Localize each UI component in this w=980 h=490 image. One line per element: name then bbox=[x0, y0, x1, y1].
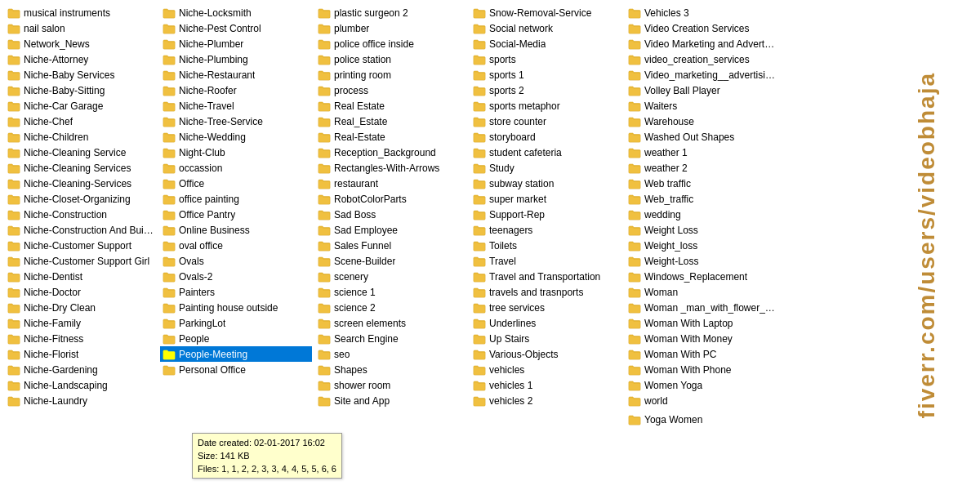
folder-item[interactable]: wedding bbox=[626, 207, 777, 222]
folder-item[interactable]: Warehouse bbox=[626, 114, 777, 129]
folder-item[interactable]: tree services bbox=[470, 300, 622, 315]
folder-item[interactable]: Niche-Gardening bbox=[5, 362, 157, 377]
folder-item[interactable]: Scene-Builder bbox=[315, 253, 467, 269]
folder-item[interactable]: Ovals bbox=[160, 253, 312, 269]
folder-item[interactable]: Travel bbox=[470, 253, 622, 269]
folder-item[interactable]: Niche-Closet-Organizing bbox=[5, 191, 157, 207]
folder-item[interactable]: sports 2 bbox=[470, 82, 622, 98]
folder-item[interactable]: musical instruments bbox=[5, 5, 157, 20]
folder-item[interactable]: Study bbox=[470, 160, 622, 176]
folder-item[interactable]: Sad Employee bbox=[315, 222, 467, 238]
folder-item[interactable]: process bbox=[315, 82, 467, 98]
folder-item[interactable]: store counter bbox=[470, 114, 622, 129]
folder-item[interactable]: printing room bbox=[315, 67, 467, 82]
folder-item[interactable]: RobotColorParts bbox=[315, 191, 467, 207]
folder-item[interactable]: Niche-Doctor bbox=[5, 284, 157, 300]
folder-item[interactable]: office painting bbox=[160, 191, 312, 207]
folder-item[interactable]: Video Creation Services bbox=[626, 20, 777, 36]
folder-item[interactable]: shower room bbox=[315, 377, 467, 393]
folder-item[interactable]: Rectangles-With-Arrows bbox=[315, 160, 467, 176]
folder-item[interactable]: plastic surgeon 2 bbox=[315, 5, 467, 20]
folder-item[interactable]: plumber bbox=[315, 20, 467, 36]
folder-item[interactable]: Real Estate bbox=[315, 98, 467, 114]
folder-item[interactable]: science 1 bbox=[315, 284, 467, 300]
folder-item[interactable]: vehicles 1 bbox=[470, 377, 622, 393]
folder-item[interactable]: Video_marketing__advertising bbox=[626, 67, 777, 82]
folder-item[interactable]: Niche-Tree-Service bbox=[160, 114, 312, 129]
folder-item[interactable]: Site and App bbox=[315, 393, 467, 408]
folder-item[interactable]: Social network bbox=[470, 20, 622, 36]
folder-item[interactable]: Underlines bbox=[470, 315, 622, 331]
folder-item[interactable]: sports bbox=[470, 51, 622, 67]
folder-item[interactable]: Niche-Landscaping bbox=[5, 377, 157, 393]
folder-item[interactable]: Real_Estate bbox=[315, 114, 467, 129]
folder-item[interactable]: Office Pantry bbox=[160, 207, 312, 222]
folder-item[interactable]: Niche-Construction And Builders bbox=[5, 222, 157, 238]
folder-item[interactable]: Niche-Florist bbox=[5, 346, 157, 362]
folder-item[interactable]: Niche-Dentist bbox=[5, 269, 157, 284]
folder-item[interactable]: seo bbox=[315, 346, 467, 362]
folder-item[interactable]: Various-Objects bbox=[470, 346, 622, 362]
folder-item[interactable]: Web traffic bbox=[626, 176, 777, 191]
folder-item[interactable]: subway station bbox=[470, 176, 622, 191]
folder-item[interactable]: People bbox=[160, 331, 312, 346]
folder-item[interactable]: Women Yoga bbox=[626, 377, 777, 393]
folder-item[interactable]: Niche-Wedding bbox=[160, 129, 312, 145]
folder-item[interactable]: weather 2 bbox=[626, 160, 777, 176]
folder-item[interactable]: Niche-Chef bbox=[5, 114, 157, 129]
folder-item[interactable]: Niche-Locksmith bbox=[160, 5, 312, 20]
folder-item[interactable]: Travel and Transportation bbox=[470, 269, 622, 284]
folder-item[interactable]: vehicles 2 bbox=[470, 393, 622, 408]
folder-item[interactable]: Social-Media bbox=[470, 36, 622, 51]
folder-item[interactable]: Snow-Removal-Service bbox=[470, 5, 622, 20]
folder-item[interactable]: science 2 bbox=[315, 300, 467, 315]
folder-item[interactable]: oval office bbox=[160, 238, 312, 253]
folder-item[interactable]: Woman With PC bbox=[626, 346, 777, 362]
folder-item[interactable]: police station bbox=[315, 51, 467, 67]
folder-item[interactable]: Niche-Car Garage bbox=[5, 98, 157, 114]
folder-item[interactable]: Washed Out Shapes bbox=[626, 129, 777, 145]
folder-item[interactable]: Niche-Customer Support Girl bbox=[5, 253, 157, 269]
folder-item[interactable]: Niche-Construction bbox=[5, 207, 157, 222]
folder-item[interactable]: sports metaphor bbox=[470, 98, 622, 114]
folder-item[interactable]: Niche-Roofer bbox=[160, 82, 312, 98]
folder-item[interactable]: Woman With Phone bbox=[626, 362, 777, 377]
folder-item[interactable]: Painting house outside bbox=[160, 300, 312, 315]
folder-item[interactable]: Web_traffic bbox=[626, 191, 777, 207]
folder-item[interactable]: Niche-Travel bbox=[160, 98, 312, 114]
folder-item[interactable]: Waiters bbox=[626, 98, 777, 114]
folder-item[interactable]: Niche-Customer Support bbox=[5, 238, 157, 253]
folder-item[interactable]: Niche-Baby-Sitting bbox=[5, 82, 157, 98]
folder-item[interactable]: weather 1 bbox=[626, 145, 777, 160]
folder-item[interactable]: Weight-Loss bbox=[626, 253, 777, 269]
folder-item[interactable]: Niche-Cleaning-Services bbox=[5, 176, 157, 191]
folder-item[interactable]: Weight_loss bbox=[626, 238, 777, 253]
folder-item[interactable]: Support-Rep bbox=[470, 207, 622, 222]
folder-item[interactable]: People-Meeting bbox=[160, 346, 312, 362]
folder-item[interactable]: Niche-Laundry bbox=[5, 393, 157, 408]
folder-item[interactable]: Office bbox=[160, 176, 312, 191]
folder-item[interactable]: Niche-Plumber bbox=[160, 36, 312, 51]
folder-item[interactable]: Network_News bbox=[5, 36, 157, 51]
folder-item[interactable]: world bbox=[626, 393, 777, 408]
folder-item[interactable]: Video Marketing and Advertising bbox=[626, 36, 777, 51]
folder-item[interactable]: police office inside bbox=[315, 36, 467, 51]
folder-item[interactable]: Weight Loss bbox=[626, 222, 777, 238]
folder-item[interactable]: Niche-Attorney bbox=[5, 51, 157, 67]
folder-item[interactable]: Woman With Laptop bbox=[626, 315, 777, 331]
folder-item[interactable]: Search Engine bbox=[315, 331, 467, 346]
folder-item[interactable]: Niche-Baby Services bbox=[5, 67, 157, 82]
folder-item[interactable]: Niche-Family bbox=[5, 315, 157, 331]
folder-item[interactable]: Niche-Restaurant bbox=[160, 67, 312, 82]
folder-item[interactable]: sports 1 bbox=[470, 67, 622, 82]
folder-item[interactable]: Sales Funnel bbox=[315, 238, 467, 253]
folder-item[interactable]: Yoga Women bbox=[626, 412, 777, 427]
folder-item[interactable]: scenery bbox=[315, 269, 467, 284]
folder-item[interactable]: Reception_Background bbox=[315, 145, 467, 160]
folder-item[interactable]: Niche-Fitness bbox=[5, 331, 157, 346]
folder-item[interactable]: vehicles bbox=[470, 362, 622, 377]
folder-item[interactable]: teenagers bbox=[470, 222, 622, 238]
folder-item[interactable]: Windows_Replacement bbox=[626, 269, 777, 284]
folder-item[interactable]: Night-Club bbox=[160, 145, 312, 160]
folder-item[interactable]: Niche-Cleaning Services bbox=[5, 160, 157, 176]
